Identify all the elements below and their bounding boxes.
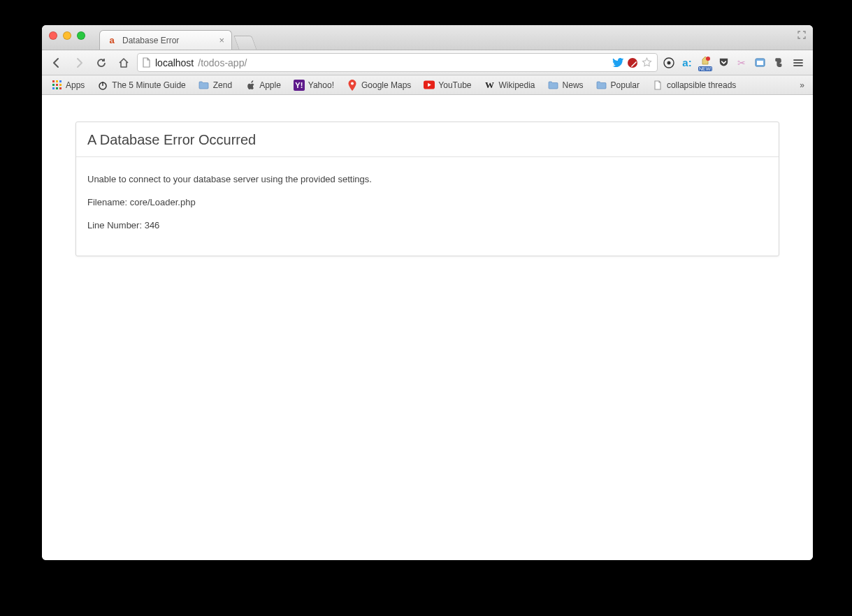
- bookmark-popular[interactable]: Popular: [591, 78, 644, 93]
- apps-button[interactable]: Apps: [46, 78, 89, 93]
- window-close-button[interactable]: [49, 31, 57, 40]
- error-filename: Filename: core/Loader.php: [87, 197, 767, 207]
- extension-pocket-icon[interactable]: [716, 56, 730, 70]
- bookmark-google-maps[interactable]: Google Maps: [342, 78, 416, 93]
- twitter-icon[interactable]: [612, 57, 624, 68]
- window-minimize-button[interactable]: [63, 31, 71, 40]
- block-icon[interactable]: [627, 57, 638, 68]
- extension-evernote-icon[interactable]: [771, 56, 785, 70]
- bookmark-zend[interactable]: Zend: [194, 78, 237, 93]
- bookmark-label: Google Maps: [361, 80, 411, 90]
- svg-point-4: [706, 57, 710, 61]
- bookmark-wikipedia[interactable]: W Wikipedia: [479, 78, 540, 93]
- apps-grid-icon: [51, 80, 62, 91]
- error-line: Line Number: 346: [87, 220, 767, 230]
- page-viewport: A Database Error Occurred Unable to conn…: [42, 95, 813, 560]
- extension-new-icon[interactable]: NEW!: [698, 56, 712, 70]
- hamburger-menu-button[interactable]: [789, 54, 807, 72]
- folder-icon: [548, 80, 559, 91]
- extension-a-icon[interactable]: a:: [680, 56, 694, 70]
- svg-rect-7: [52, 80, 55, 82]
- bookmark-apple[interactable]: Apple: [240, 78, 286, 93]
- svg-rect-6: [757, 61, 763, 65]
- tab-favicon-icon: a: [107, 36, 117, 45]
- bookmark-label: Yahoo!: [308, 80, 334, 90]
- svg-rect-9: [59, 80, 62, 82]
- svg-rect-15: [59, 87, 62, 89]
- tab-title: Database Error: [122, 36, 179, 45]
- wikipedia-icon: W: [484, 80, 496, 91]
- extension-scissors-icon[interactable]: ✂: [735, 56, 749, 70]
- window-controls: [49, 31, 85, 40]
- bookmarks-bar: Apps The 5 Minute Guide Zend Apple Y! Ya…: [42, 75, 813, 95]
- error-panel: A Database Error Occurred Unable to conn…: [75, 122, 779, 256]
- window-zoom-button[interactable]: [77, 31, 85, 40]
- new-tab-button[interactable]: [233, 36, 257, 50]
- svg-rect-12: [59, 84, 62, 86]
- tabstrip: a Database Error ×: [99, 25, 254, 50]
- error-body: Unable to connect to your database serve…: [76, 157, 779, 256]
- extension-eye-icon[interactable]: [662, 56, 676, 70]
- svg-rect-13: [52, 87, 55, 89]
- svg-rect-10: [52, 84, 55, 86]
- bookmark-5-minute-guide[interactable]: The 5 Minute Guide: [92, 78, 190, 93]
- extension-icons: a: NEW! ✂: [662, 56, 785, 70]
- browser-tab[interactable]: a Database Error ×: [99, 30, 232, 50]
- url-path: /todos-app/: [198, 57, 247, 68]
- bookmark-label: collapsible threads: [667, 80, 736, 90]
- svg-rect-14: [56, 87, 58, 89]
- browser-window: a Database Error × localhost/todos: [42, 25, 813, 560]
- reload-button[interactable]: [92, 54, 110, 72]
- bookmark-label: Apple: [259, 80, 281, 90]
- youtube-icon: [424, 80, 435, 91]
- page-icon: [652, 80, 663, 91]
- power-icon: [97, 80, 108, 91]
- yahoo-icon: Y!: [294, 80, 305, 91]
- toolbar: localhost/todos-app/ a: NEW!: [42, 50, 813, 75]
- bookmark-yahoo[interactable]: Y! Yahoo!: [289, 78, 339, 93]
- address-bar[interactable]: localhost/todos-app/: [137, 53, 658, 72]
- bookmark-news[interactable]: News: [543, 78, 589, 93]
- apple-icon: [245, 80, 256, 91]
- url-host: localhost: [155, 57, 194, 68]
- bookmark-label: The 5 Minute Guide: [112, 80, 185, 90]
- bookmark-youtube[interactable]: YouTube: [419, 78, 476, 93]
- bookmark-label: News: [563, 80, 584, 90]
- error-message: Unable to connect to your database serve…: [87, 174, 767, 184]
- folder-icon: [596, 80, 607, 91]
- bookmark-star-icon[interactable]: [641, 57, 653, 68]
- svg-rect-11: [56, 84, 58, 86]
- home-button[interactable]: [115, 54, 133, 72]
- page-icon: [142, 57, 151, 68]
- gmaps-icon: [347, 80, 358, 91]
- bookmark-label: YouTube: [438, 80, 471, 90]
- extension-frame-icon[interactable]: [753, 56, 767, 70]
- bookmark-label: Wikipedia: [499, 80, 535, 90]
- error-title: A Database Error Occurred: [87, 132, 767, 148]
- svg-point-18: [351, 82, 354, 85]
- bookmark-label: Zend: [213, 80, 232, 90]
- bookmarks-overflow-button[interactable]: »: [795, 80, 809, 90]
- folder-icon: [198, 80, 210, 91]
- window-titlebar: a Database Error ×: [42, 25, 813, 50]
- error-header: A Database Error Occurred: [76, 122, 779, 157]
- svg-point-3: [667, 61, 671, 64]
- bookmark-collapsible-threads[interactable]: collapsible threads: [647, 78, 741, 93]
- omnibox-actions: [612, 57, 653, 68]
- forward-button[interactable]: [70, 54, 88, 72]
- apps-label: Apps: [66, 80, 85, 90]
- tab-close-button[interactable]: ×: [219, 36, 224, 45]
- svg-rect-8: [56, 80, 58, 82]
- back-button[interactable]: [48, 54, 66, 72]
- bookmark-label: Popular: [611, 80, 640, 90]
- fullscreen-icon[interactable]: [796, 29, 807, 41]
